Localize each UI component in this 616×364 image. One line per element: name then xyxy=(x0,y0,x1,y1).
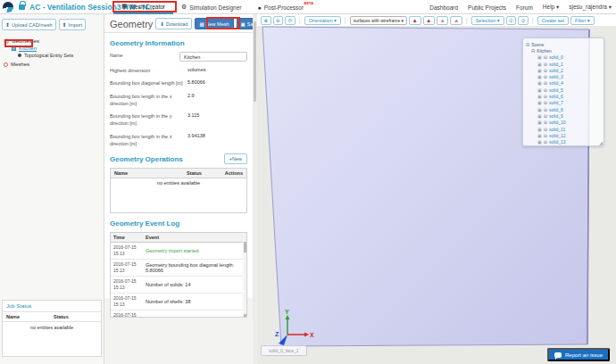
geometry-event-log-section: Geometry Event Log Time Event 2016-07-15… xyxy=(104,219,253,318)
scene-item-solid[interactable]: ▣⊙solid_12 xyxy=(526,132,604,138)
create-set-button[interactable]: Create set xyxy=(537,16,569,25)
eye-icon[interactable]: ⊙ xyxy=(544,100,547,105)
warning-triangle-icon[interactable]: ▲ xyxy=(437,16,448,25)
checkbox-icon[interactable]: ▣ xyxy=(537,80,542,86)
checkbox-icon[interactable]: ▣ xyxy=(537,127,542,132)
checkbox-icon[interactable]: ▣ xyxy=(537,94,542,99)
event-log-table[interactable]: Time Event 2016-07-15 15:13 Geometry imp… xyxy=(110,232,247,318)
display-mode-select[interactable]: surfaces with wireframe ▾ xyxy=(350,16,407,25)
scene-item-solid[interactable]: ▣⊙solid_11 xyxy=(526,126,604,132)
filter-dropdown[interactable]: Filter ▾ xyxy=(570,16,595,25)
scene-item-solid[interactable]: ▣⊙solid_2 xyxy=(526,67,604,73)
checkbox-icon[interactable]: ▣ xyxy=(537,68,542,73)
scene-item-solid[interactable]: ▣⊙solid_13 xyxy=(526,138,604,145)
tab-simulation-designer[interactable]: ⚙ Simulation Designer xyxy=(173,0,249,14)
link-forum[interactable]: Forum xyxy=(516,4,533,11)
scene-item-solid[interactable]: ▣⊙solid_1 xyxy=(526,61,604,67)
checkbox-icon[interactable]: ▣ xyxy=(537,100,542,105)
show-eye-icon[interactable]: ⊙ xyxy=(506,16,517,25)
tree-item-meshes[interactable]: Meshes xyxy=(4,61,104,68)
checkbox-icon[interactable]: ▣ xyxy=(537,87,542,93)
job-status-title[interactable]: Job Status xyxy=(3,301,101,311)
scene-item-solid[interactable]: ▣⊙solid_0 xyxy=(526,54,604,61)
scene-item-solid[interactable]: ▣⊙solid_4 xyxy=(526,80,604,87)
import-button[interactable]: ⬆ Import xyxy=(59,19,87,30)
checkbox-icon[interactable]: ▣ xyxy=(537,113,542,119)
eye-icon[interactable]: ⊙ xyxy=(544,139,547,145)
eye-icon[interactable]: ⊙ xyxy=(544,74,547,79)
scene-tree-panel[interactable]: ⊟Scene ⊟Kitchen ▣⊙solid_0 ▣⊙solid_1 ▣⊙so… xyxy=(522,37,604,146)
eye-icon[interactable]: ⊙ xyxy=(544,68,547,73)
resize-handle-icon[interactable]: ◢ xyxy=(599,140,603,145)
name-input[interactable] xyxy=(179,52,247,62)
geometry-information-section: Geometry Information Name Highest dimens… xyxy=(104,39,253,147)
new-operation-button[interactable]: +New xyxy=(224,153,247,164)
checkbox-icon[interactable]: ▣ xyxy=(537,120,542,125)
scene-item-solid[interactable]: ▣⊙solid_10 xyxy=(526,120,604,126)
checkbox-icon[interactable]: ▣ xyxy=(537,133,542,138)
axis-x-label: X xyxy=(310,332,314,338)
scene-item-solid[interactable]: ▣⊙solid_5 xyxy=(526,87,604,93)
eye-icon[interactable]: ⊙ xyxy=(544,94,547,99)
eye-icon[interactable]: ⊙ xyxy=(544,87,547,93)
import-icon: ⬆ xyxy=(62,21,67,28)
refresh-view-icon[interactable]: ⟳ xyxy=(285,16,296,25)
lock-icon xyxy=(19,4,25,10)
checkbox-icon[interactable]: ▣ xyxy=(537,139,542,145)
annotation-box-kitchen xyxy=(4,39,33,47)
warning-triangle-icon[interactable]: ▲ xyxy=(409,16,420,25)
event-log-row: 2016-07-15 15:13 Number of faces: 569 xyxy=(111,310,246,318)
link-dashboard[interactable]: Dashboard xyxy=(429,4,458,11)
checkbox-icon[interactable]: ▣ xyxy=(537,74,542,79)
operations-empty: no entities available xyxy=(111,178,246,212)
job-status-empty: no entities available xyxy=(3,322,101,330)
hide-eye-icon[interactable]: ⊙ xyxy=(518,16,529,25)
scene-item-solid[interactable]: ▣⊙solid_9 xyxy=(526,112,604,119)
eye-icon[interactable]: ⊙ xyxy=(544,133,547,138)
orientation-dropdown[interactable]: Orientation ▾ xyxy=(304,16,341,25)
zoom-in-icon[interactable]: ⊕ xyxy=(261,16,271,25)
event-log-row: 2016-07-15 15:13 Geometry bounding box d… xyxy=(111,260,246,277)
scene-item-solid[interactable]: ▣⊙solid_3 xyxy=(526,73,604,79)
tab-post-processor[interactable]: ● Post-Processor BETA xyxy=(249,0,312,14)
scene-item-solid[interactable]: ▣⊙solid_7 xyxy=(526,100,604,106)
viewport-canvas[interactable]: ⊟Scene ⊟Kitchen ▣⊙solid_0 ▣⊙solid_1 ▣⊙so… xyxy=(257,26,616,364)
link-public-projects[interactable]: Public Projects xyxy=(468,4,506,11)
menu-user[interactable]: sjesu_rajendra ▾ xyxy=(569,4,612,11)
event-log-row: 2016-07-15 15:13 Geometry import started… xyxy=(111,243,246,260)
viewport: ⊕ ⊖ ⟳ | Orientation ▾ | surfaces with wi… xyxy=(257,14,616,364)
eye-icon[interactable]: ⊙ xyxy=(544,107,547,112)
eye-icon[interactable]: ⊙ xyxy=(544,120,547,125)
scene-item-solid[interactable]: ▣⊙solid_6 xyxy=(526,93,604,99)
zoom-out-icon[interactable]: ⊖ xyxy=(273,16,284,25)
checkbox-icon[interactable]: ▣ xyxy=(537,107,542,112)
checkbox-icon[interactable]: ▣ xyxy=(537,62,542,67)
scene-group-kitchen[interactable]: ⊟Kitchen xyxy=(526,47,604,54)
eye-icon[interactable]: ⊙ xyxy=(544,54,547,60)
download-icon: ⬇ xyxy=(160,21,164,27)
report-issue-button[interactable]: Report an issue xyxy=(547,348,610,361)
expander-icon[interactable]: ⊟ xyxy=(526,42,529,47)
download-button[interactable]: ⬇ Download xyxy=(155,18,192,29)
eye-icon[interactable]: ⊙ xyxy=(544,62,547,67)
geometry-event-log-title: Geometry Event Log xyxy=(110,219,247,228)
upload-cad-button[interactable]: ⬆ Upload CAD/mesh xyxy=(2,19,56,30)
warning-triangle-icon[interactable]: ▲ xyxy=(423,16,435,25)
warning-triangle-icon[interactable]: ▲ xyxy=(450,16,462,25)
bbox-z-value: 3.94138 xyxy=(187,133,205,138)
menu-help[interactable]: Help ▾ xyxy=(543,4,559,11)
bbox-x-value: 2.9 xyxy=(187,93,195,98)
top-navbar: AC - Ventilation Session3 HW - N... ▦ Me… xyxy=(0,0,616,14)
selection-dropdown[interactable]: Selection ▾ xyxy=(471,16,504,25)
eye-icon[interactable]: ⊙ xyxy=(544,127,547,132)
event-log-scrollbar[interactable] xyxy=(243,241,246,318)
checkbox-icon[interactable]: ▣ xyxy=(537,54,542,60)
eye-icon[interactable]: ⊙ xyxy=(544,113,547,119)
eye-icon[interactable]: ⊙ xyxy=(544,80,547,86)
geometry-operations-section: Geometry Operations +New Name Status Act… xyxy=(104,153,253,213)
expander-icon[interactable]: ⊟ xyxy=(531,48,535,54)
geometry-operations-title: Geometry Operations xyxy=(110,155,224,163)
scene-root[interactable]: ⊟Scene xyxy=(526,41,604,47)
tree-item-topological-entity-sets[interactable]: Topological Entity Sets xyxy=(4,52,104,59)
scene-item-solid[interactable]: ▣⊙solid_8 xyxy=(526,106,604,112)
